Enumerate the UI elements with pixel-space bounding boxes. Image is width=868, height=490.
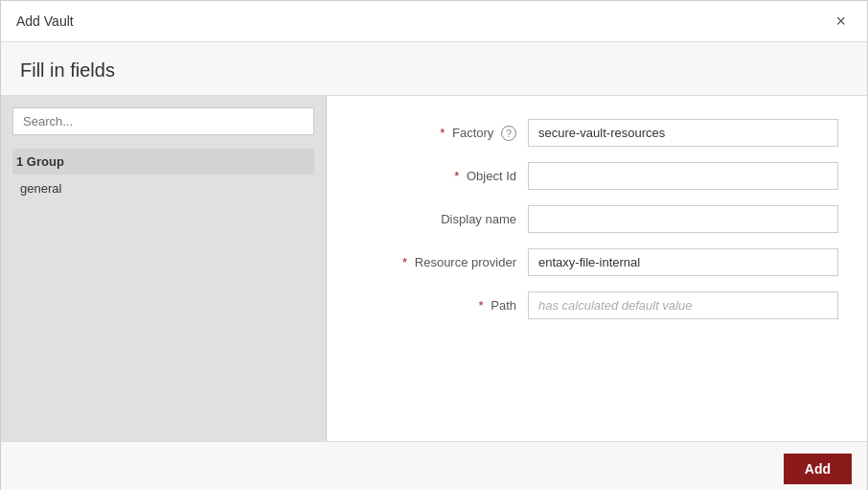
add-button[interactable]: Add	[784, 454, 852, 484]
factory-required-star: *	[440, 126, 445, 140]
close-button[interactable]: ×	[830, 11, 852, 32]
object-id-input[interactable]	[528, 162, 838, 190]
dialog-title: Add Vault	[16, 13, 74, 29]
factory-label: * Factory ?	[355, 126, 528, 141]
left-panel: 1 Group general	[1, 96, 327, 441]
group-item-general[interactable]: general	[12, 176, 314, 200]
resource-provider-input[interactable]	[528, 248, 838, 276]
dialog-subtitle: Fill in fields	[1, 42, 867, 96]
path-required-star: *	[479, 298, 484, 313]
factory-input[interactable]	[528, 119, 838, 147]
factory-row: * Factory ?	[355, 119, 838, 147]
path-row: * Path	[355, 292, 838, 319]
dialog-footer: Add	[1, 441, 867, 490]
group-header: 1 Group	[12, 149, 314, 175]
display-name-row: Display name	[355, 205, 838, 233]
resource-provider-row: * Resource provider	[355, 248, 838, 276]
object-id-label: * Object Id	[355, 169, 528, 183]
factory-help-icon[interactable]: ?	[501, 126, 516, 141]
object-id-required-star: *	[454, 169, 459, 183]
path-input[interactable]	[528, 292, 838, 319]
right-panel: * Factory ? * Object Id Display name	[327, 96, 867, 441]
dialog-header: Add Vault ×	[1, 1, 867, 42]
resource-provider-required-star: *	[402, 255, 407, 269]
resource-provider-label: * Resource provider	[355, 255, 528, 269]
search-input[interactable]	[12, 107, 314, 135]
display-name-input[interactable]	[528, 205, 838, 233]
path-label: * Path	[355, 298, 528, 313]
dialog-body: 1 Group general * Factory ? * Object Id	[1, 96, 867, 441]
display-name-label: Display name	[355, 212, 528, 226]
object-id-row: * Object Id	[355, 162, 838, 190]
add-vault-dialog: Add Vault × Fill in fields 1 Group gener…	[0, 0, 868, 490]
